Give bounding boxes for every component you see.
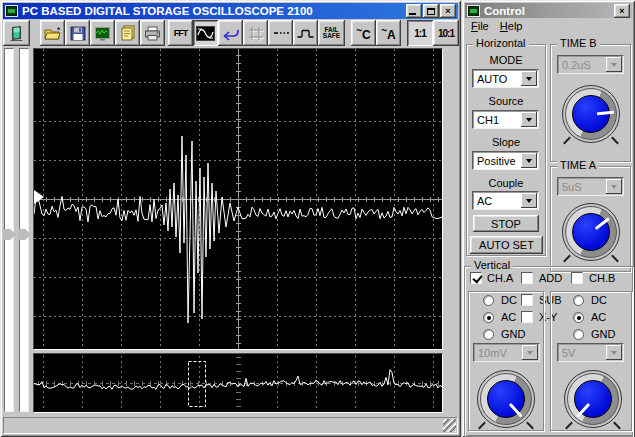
position-slider-ch-b[interactable] [19, 48, 29, 412]
app-icon [5, 5, 18, 17]
knob-tick [563, 255, 571, 263]
resize-grip[interactable] [443, 419, 456, 432]
undo-arrow-button[interactable] [218, 20, 243, 46]
exit-door-icon [8, 25, 26, 42]
grid-toggle-button[interactable] [243, 20, 268, 46]
gnd-label: GND [591, 328, 615, 340]
slider-thumb[interactable] [18, 229, 31, 240]
notes-button[interactable] [115, 20, 140, 46]
ch-a-gain-knob[interactable] [477, 370, 535, 428]
slope-combobox[interactable]: Positive [472, 151, 539, 170]
printer-icon [144, 26, 161, 41]
ch-b-ac-radio[interactable] [573, 312, 584, 323]
coupling-c-button[interactable]: ~C [351, 20, 376, 46]
mode-combobox[interactable]: AUTO [472, 69, 539, 88]
ch-b-checkbox[interactable] [571, 272, 583, 284]
ch-a-panel: DC AC GND 10mV [468, 291, 544, 431]
time-a-knob[interactable] [562, 203, 620, 261]
position-slider-ch-a[interactable] [4, 48, 14, 412]
ch-a-ac-radio[interactable] [483, 312, 494, 323]
close-icon: × [619, 6, 624, 16]
combo-dropdown-button[interactable] [521, 153, 537, 168]
chevron-down-icon [611, 185, 617, 192]
display-capture-button[interactable] [90, 20, 115, 46]
stop-button[interactable]: STOP [473, 215, 539, 232]
time-a-combobox: 5uS [557, 177, 624, 196]
control-menubar: File Help [465, 20, 632, 36]
maximize-icon [427, 8, 435, 15]
pulse-trigger-button[interactable] [293, 20, 318, 46]
preview-scope-canvas[interactable] [34, 354, 442, 412]
exit-button[interactable] [3, 20, 30, 46]
probe-10-1-button[interactable]: 10:1 [433, 20, 459, 46]
minimize-icon [409, 13, 416, 15]
wave-c-label: ~C [356, 25, 371, 42]
knob-ring [565, 206, 617, 258]
gnd-label: GND [501, 328, 525, 340]
trigger-level-marker[interactable] [34, 190, 44, 204]
add-checkbox[interactable] [521, 272, 533, 284]
knob-tick [563, 137, 571, 145]
knob-ring [567, 373, 619, 425]
open-file-button[interactable] [40, 20, 65, 46]
status-bar [3, 417, 458, 434]
ch-b-dc-radio[interactable] [573, 295, 584, 306]
coupling-a-button[interactable]: ~A [376, 20, 401, 46]
chevron-down-icon [526, 118, 532, 125]
combo-dropdown-button [606, 179, 622, 194]
combo-dropdown-button[interactable] [521, 193, 537, 208]
knob-tick [526, 422, 534, 430]
chevron-down-icon [526, 159, 532, 166]
ch-b-gain-knob[interactable] [564, 370, 622, 428]
control-window: Control × File Help Horizontal MODE AUTO… [462, 0, 635, 437]
ch-a-checkbox[interactable] [470, 272, 482, 284]
slider-thumb[interactable] [3, 229, 16, 240]
sine-wave-icon [196, 26, 215, 41]
ch-b-gnd-radio[interactable] [573, 329, 584, 340]
notes-icon [120, 25, 136, 41]
knob-tick [611, 137, 619, 145]
menu-help[interactable]: Help [500, 20, 523, 32]
main-titlebar[interactable]: PC BASED DIGITAL STORAGE OSCILLOSCOPE 21… [3, 3, 458, 19]
grid-icon [247, 25, 264, 41]
fft-button[interactable]: FFT [168, 20, 193, 46]
minimize-button[interactable] [406, 4, 422, 18]
control-icon [467, 5, 480, 17]
chevron-down-icon [611, 63, 617, 70]
time-a-legend: TIME A [557, 159, 599, 171]
knob-tick [478, 422, 486, 430]
menu-file[interactable]: File [471, 20, 489, 32]
vertical-group: Vertical CH.A ADD CH.B SUB X-Y DC AC GND… [464, 266, 633, 437]
chevron-down-icon [526, 77, 532, 84]
waveform-display-button[interactable] [193, 20, 218, 46]
auto-set-button[interactable]: AUTO SET [470, 236, 543, 254]
dotted-line-button[interactable] [268, 20, 293, 46]
knob-ring [480, 373, 532, 425]
desktop: PC BASED DIGITAL STORAGE OSCILLOSCOPE 21… [0, 0, 635, 437]
source-combobox[interactable]: CH1 [472, 110, 539, 129]
horizontal-group: Horizontal MODE AUTO Source CH1 Slope Po… [466, 44, 546, 256]
floppy-disk-icon [70, 26, 86, 41]
time-b-knob[interactable] [562, 85, 620, 143]
maximize-button[interactable] [423, 4, 439, 18]
fail-safe-button[interactable]: FAIL SAFE [318, 20, 345, 46]
slope-label: Slope [467, 136, 545, 148]
close-button[interactable]: × [440, 4, 456, 18]
control-window-title: Control [484, 5, 613, 17]
source-label: Source [467, 95, 545, 107]
dc-label: DC [501, 294, 517, 306]
control-titlebar[interactable]: Control × [465, 3, 632, 18]
couple-combobox[interactable]: AC [472, 191, 539, 210]
close-icon: × [445, 6, 450, 16]
combo-dropdown-button [606, 57, 622, 72]
probe-1-1-button[interactable]: 1:1 [407, 20, 433, 46]
combo-dropdown-button[interactable] [521, 71, 537, 86]
combo-dropdown-button[interactable] [521, 112, 537, 127]
ch-a-gnd-radio[interactable] [483, 329, 494, 340]
knob-tick [613, 422, 621, 430]
control-close-button[interactable]: × [614, 4, 630, 18]
save-button[interactable] [65, 20, 90, 46]
ch-a-range-combobox: 10mV [473, 343, 540, 362]
ch-a-dc-radio[interactable] [483, 295, 494, 306]
print-button[interactable] [140, 20, 165, 46]
